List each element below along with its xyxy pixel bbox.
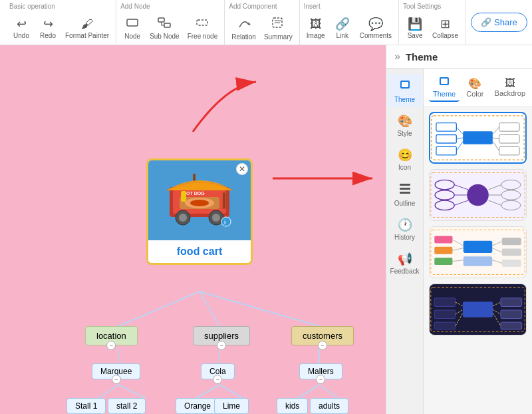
node-marquee-collapse[interactable]: − bbox=[112, 375, 121, 384]
redo-button[interactable]: ↪ Redo bbox=[36, 15, 60, 41]
summary-button[interactable]: Summary bbox=[261, 14, 295, 42]
theme-card-2[interactable] bbox=[429, 169, 527, 221]
node-customers-label: customers bbox=[303, 331, 342, 341]
tool-settings-items: 💾 Save ⊞ Collapse bbox=[403, 11, 461, 45]
sidebar-item-outline[interactable]: Outline bbox=[388, 178, 422, 211]
sidebar-item-icon[interactable]: 😊 Icon bbox=[388, 144, 422, 175]
sub-node-icon bbox=[158, 16, 171, 32]
svg-rect-43 bbox=[400, 192, 410, 194]
subtab-theme[interactable]: Theme bbox=[429, 73, 460, 102]
image-label: Image bbox=[307, 32, 325, 39]
sidebar-item-style[interactable]: 🎨 Style bbox=[388, 110, 422, 141]
link-button[interactable]: 🔗 Link bbox=[331, 15, 354, 41]
basic-items: ↩ Undo ↪ Redo 🖌 Format Painter bbox=[9, 11, 112, 45]
node-stall2-label: stall 2 bbox=[116, 401, 137, 411]
feedback-sidebar-icon: 📢 bbox=[398, 252, 412, 266]
share-label: Share bbox=[494, 17, 517, 27]
add-component-items: Relation Summary bbox=[229, 11, 295, 45]
share-button[interactable]: 🔗 Share bbox=[471, 13, 527, 32]
collapse-button[interactable]: ⊞ Collapse bbox=[430, 15, 461, 41]
subtab-backdrop-icon: 🖼 bbox=[505, 77, 515, 89]
redo-icon: ↪ bbox=[43, 17, 53, 31]
node-location[interactable]: location − bbox=[85, 326, 138, 345]
panel-main: Theme 🎨 Color 🖼 Backdrop bbox=[424, 69, 532, 414]
canvas[interactable]: ✕ HOT DOG bbox=[0, 45, 386, 414]
free-node-button[interactable]: Free node bbox=[185, 15, 221, 41]
svg-line-14 bbox=[98, 385, 118, 398]
node-mallers-collapse[interactable]: − bbox=[316, 375, 325, 384]
subtab-theme-label: Theme bbox=[433, 90, 456, 98]
subtab-color[interactable]: 🎨 Color bbox=[462, 75, 487, 101]
theme-card-4[interactable] bbox=[429, 284, 527, 335]
redo-label: Redo bbox=[40, 32, 56, 39]
panel-sidebar: Theme 🎨 Style 😊 Icon bbox=[386, 69, 424, 414]
node-mallers[interactable]: Mallers − bbox=[299, 363, 342, 379]
svg-rect-79 bbox=[434, 247, 452, 254]
sidebar-icon-label: Icon bbox=[398, 164, 411, 171]
svg-line-11 bbox=[200, 292, 219, 326]
panel-header: » Theme bbox=[386, 45, 532, 69]
node-location-collapse[interactable]: − bbox=[106, 341, 116, 350]
node-suppliers-collapse[interactable]: − bbox=[217, 341, 226, 350]
subtab-theme-icon bbox=[438, 75, 450, 90]
node-marquee[interactable]: Marquee − bbox=[92, 363, 140, 379]
subtab-backdrop[interactable]: 🖼 Backdrop bbox=[491, 75, 529, 100]
svg-rect-81 bbox=[464, 241, 493, 253]
svg-rect-78 bbox=[434, 236, 452, 244]
theme-card-1[interactable] bbox=[429, 112, 527, 164]
node-cola[interactable]: Cola − bbox=[201, 363, 235, 379]
node-customers[interactable]: customers − bbox=[291, 326, 354, 345]
sidebar-item-theme[interactable]: Theme bbox=[388, 74, 422, 107]
svg-rect-80 bbox=[434, 258, 452, 265]
theme-subtabs: Theme 🎨 Color 🖼 Backdrop bbox=[424, 69, 532, 106]
sidebar-item-history[interactable]: 🕐 History bbox=[388, 214, 422, 245]
node-customers-collapse[interactable]: − bbox=[318, 341, 327, 350]
group-label-add-component: Add Component bbox=[229, 3, 277, 10]
root-node-close[interactable]: ✕ bbox=[236, 163, 248, 175]
toolbar-group-add-component: Add Component Relation Summary bbox=[225, 0, 300, 45]
node-cola-collapse[interactable]: − bbox=[213, 375, 222, 384]
save-button[interactable]: 💾 Save bbox=[403, 15, 427, 41]
subtab-color-label: Color bbox=[466, 90, 483, 98]
group-label-tool-settings: Tool Settings bbox=[403, 3, 441, 10]
free-node-icon bbox=[196, 16, 209, 32]
node-adults-label: adults bbox=[319, 401, 340, 411]
node-adults[interactable]: adults bbox=[310, 398, 348, 414]
image-button[interactable]: 🖼 Image bbox=[304, 16, 328, 41]
node-suppliers[interactable]: suppliers − bbox=[193, 326, 250, 345]
node-stall2[interactable]: stall 2 bbox=[108, 398, 146, 414]
node-stall1[interactable]: Stall 1 bbox=[66, 398, 106, 414]
comments-button[interactable]: 💬 Comments bbox=[357, 15, 394, 41]
node-orange[interactable]: Orange bbox=[176, 398, 219, 414]
right-panel: » Theme Theme 🎨 Style 😊 Icon bbox=[386, 45, 532, 414]
svg-rect-85 bbox=[502, 260, 521, 267]
format-painter-button[interactable]: 🖌 Format Painter bbox=[63, 16, 112, 41]
relation-label: Relation bbox=[231, 33, 256, 41]
theme-card-3[interactable] bbox=[429, 226, 527, 278]
sidebar-item-feedback[interactable]: 📢 Feedback bbox=[388, 248, 422, 279]
node-orange-label: Orange bbox=[184, 401, 211, 411]
node-button[interactable]: Node bbox=[120, 15, 144, 41]
sidebar-history-label: History bbox=[394, 234, 415, 241]
svg-rect-0 bbox=[127, 19, 138, 26]
svg-rect-84 bbox=[502, 249, 521, 256]
svg-rect-2 bbox=[164, 23, 170, 27]
svg-rect-95 bbox=[434, 310, 456, 319]
node-lime[interactable]: Lime bbox=[214, 398, 249, 414]
save-label: Save bbox=[408, 32, 423, 39]
undo-button[interactable]: ↩ Undo bbox=[9, 15, 33, 41]
node-kids[interactable]: kids bbox=[277, 398, 308, 414]
node-location-label: location bbox=[96, 331, 126, 341]
svg-line-10 bbox=[118, 292, 200, 326]
icon-sidebar-icon: 😊 bbox=[398, 148, 412, 162]
main-area: ✕ HOT DOG bbox=[0, 45, 532, 414]
root-node[interactable]: ✕ HOT DOG bbox=[146, 158, 253, 265]
relation-button[interactable]: Relation bbox=[229, 14, 259, 42]
panel-collapse-button[interactable]: » bbox=[394, 51, 400, 63]
toolbar-group-insert: Insert 🖼 Image 🔗 Link 💬 Comments bbox=[300, 0, 399, 45]
insert-items: 🖼 Image 🔗 Link 💬 Comments bbox=[304, 11, 394, 45]
share-icon: 🔗 bbox=[481, 17, 491, 27]
node-icon bbox=[126, 16, 139, 32]
svg-rect-42 bbox=[400, 188, 410, 190]
sub-node-button[interactable]: Sub Node bbox=[147, 15, 182, 41]
